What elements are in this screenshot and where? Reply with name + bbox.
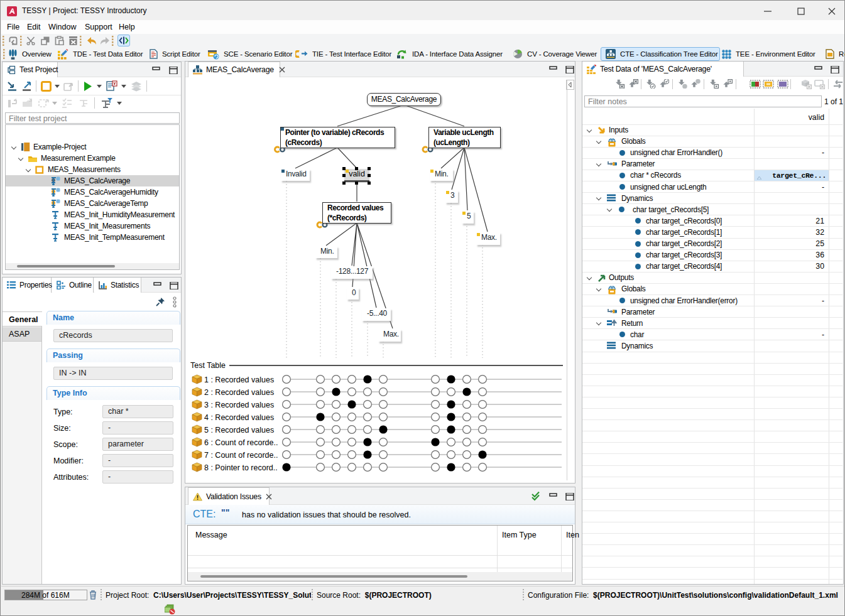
- svg-text:8 : Pointer to record..: 8 : Pointer to record..: [204, 463, 278, 472]
- svg-text:3 : Recorded values: 3 : Recorded values: [204, 401, 274, 409]
- svg-text:1 : Recorded values: 1 : Recorded values: [204, 376, 274, 384]
- svg-text:5 : Recorded values: 5 : Recorded values: [204, 426, 274, 435]
- svg-text:6 : Count of recorde..: 6 : Count of recorde..: [204, 438, 278, 447]
- svg-text:7 : Count of recorde..: 7 : Count of recorde..: [204, 451, 278, 460]
- svg-text:Test Table: Test Table: [190, 361, 226, 370]
- svg-text:2 : Recorded values: 2 : Recorded values: [204, 388, 274, 397]
- svg-text:4 : Recorded values: 4 : Recorded values: [204, 413, 274, 422]
